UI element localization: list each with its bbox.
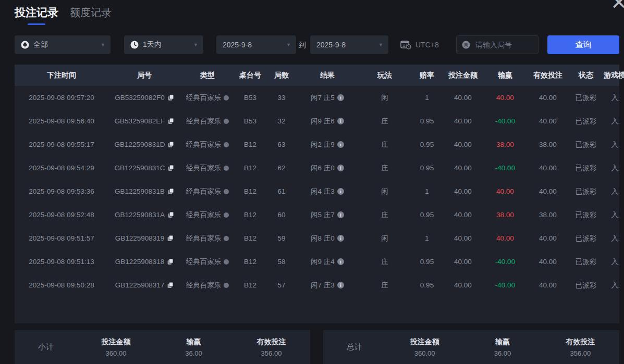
column-header: 投注金额 <box>442 71 484 80</box>
time-range-dropdown[interactable]: 1天内 ▼ <box>124 35 203 54</box>
timezone-indicator: UTC+8 <box>400 35 439 54</box>
cell-result: 闲8 庄0i <box>297 234 358 243</box>
info-icon[interactable]: i <box>337 258 344 265</box>
tab-quota-records-label: 额度记录 <box>70 7 112 18</box>
copy-icon[interactable] <box>167 118 174 124</box>
game-logo-dot <box>224 236 229 241</box>
subtotal-win-loss: 输赢 36.00 <box>155 337 233 357</box>
date-from-dropdown[interactable]: 2025-9-8 ▼ <box>216 35 296 54</box>
cell-round-no: 63 <box>266 141 297 148</box>
cell-mode: 入座 <box>603 140 619 149</box>
cell-valid-bet: 40.00 <box>527 281 569 289</box>
cell-win-loss: 38.00 <box>484 211 527 219</box>
copy-icon[interactable] <box>167 141 174 148</box>
cell-status: 已派彩 <box>569 187 603 196</box>
cell-round-no: 33 <box>266 94 297 102</box>
cell-type: 经典百家乐 <box>180 164 235 173</box>
time-range-value: 1天内 <box>143 40 162 49</box>
cell-mode: 入座 <box>603 281 619 290</box>
column-header: 状态 <box>569 71 603 80</box>
cell-table-no: B12 <box>235 164 266 172</box>
cell-bet-amount: 40.00 <box>442 117 484 125</box>
info-icon[interactable]: i <box>337 165 344 171</box>
cell-round-id: GB122590831D <box>108 141 180 148</box>
cell-mode: 入座 <box>603 117 619 126</box>
table-row: 2025-09-08 09:54:29GB122590831C经典百家乐B126… <box>15 156 619 180</box>
column-header: 类型 <box>180 71 235 80</box>
tab-quota-records[interactable]: 额度记录 <box>70 6 112 25</box>
table-row: 2025-09-08 09:55:17GB122590831D经典百家乐B126… <box>15 133 619 156</box>
info-icon[interactable]: i <box>337 211 344 218</box>
bet-amount-value: 360.00 <box>386 349 463 357</box>
date-from-value: 2025-9-8 <box>223 41 252 49</box>
cell-round-no: 32 <box>266 117 297 125</box>
copy-icon[interactable] <box>167 258 174 265</box>
close-icon[interactable]: ✕ <box>610 0 624 12</box>
cell-result: 闲6 庄0i <box>297 164 358 173</box>
cell-type: 经典百家乐 <box>180 93 235 103</box>
info-icon[interactable]: i <box>337 235 344 242</box>
date-to-dropdown[interactable]: 2025-9-8 ▼ <box>310 35 388 54</box>
cell-status: 已派彩 <box>569 164 603 173</box>
cell-round-id: GB1225908317 <box>108 281 180 289</box>
copy-icon[interactable] <box>167 235 174 242</box>
bet-amount-header: 投注金额 <box>77 337 155 347</box>
clock-icon <box>130 41 139 49</box>
copy-icon[interactable] <box>167 188 174 195</box>
cell-win-loss: 40.00 <box>484 187 527 195</box>
cell-mode: 入座 <box>603 210 619 220</box>
table-body: 2025-09-08 09:57:20GB53259082F0经典百家乐B533… <box>15 86 619 323</box>
cell-odds: 0.95 <box>412 164 442 172</box>
info-icon[interactable]: i <box>337 188 344 195</box>
cell-play: 庄 <box>358 257 412 267</box>
cell-time: 2025-09-08 09:51:13 <box>15 258 108 266</box>
column-header: 下注时间 <box>15 71 108 80</box>
cell-bet-amount: 40.00 <box>442 234 484 242</box>
cell-bet-amount: 40.00 <box>442 164 484 172</box>
subtotal-label: 小计 <box>15 342 77 352</box>
svg-text:局: 局 <box>464 43 468 47</box>
cell-round-id: GB53259082F0 <box>108 94 180 102</box>
cell-mode: 入座 <box>603 164 619 173</box>
query-button[interactable]: 查询 <box>547 35 619 54</box>
valid-bet-header: 有效投注 <box>542 337 619 347</box>
game-logo-dot <box>224 212 229 218</box>
cell-table-no: B12 <box>235 141 266 148</box>
copy-icon[interactable] <box>167 282 174 288</box>
cell-odds: 1 <box>412 234 442 242</box>
spade-icon <box>21 41 29 49</box>
copy-icon[interactable] <box>167 165 174 171</box>
valid-bet-header: 有效投注 <box>233 337 310 347</box>
info-icon[interactable]: i <box>337 118 344 124</box>
round-number-input[interactable] <box>474 40 534 49</box>
cell-result: 闲9 庄6i <box>297 117 358 126</box>
column-header: 有效投注 <box>527 71 569 80</box>
cell-result: 闲9 庄4i <box>297 257 358 267</box>
column-header: 赔率 <box>412 71 442 80</box>
record-tabs: 投注记录 额度记录 <box>15 5 112 25</box>
cell-bet-amount: 40.00 <box>442 94 484 102</box>
table-row: 2025-09-08 09:51:13GB1225908318经典百家乐B125… <box>15 250 619 273</box>
cell-type: 经典百家乐 <box>180 117 235 126</box>
copy-icon[interactable] <box>167 211 174 218</box>
cell-table-no: B12 <box>235 281 266 289</box>
info-icon[interactable]: i <box>337 94 344 101</box>
tab-bet-records[interactable]: 投注记录 <box>15 5 58 25</box>
copy-icon[interactable] <box>167 94 174 101</box>
game-type-dropdown[interactable]: 全部 ▼ <box>15 35 111 54</box>
cell-odds: 1 <box>412 187 442 195</box>
cell-status: 已派彩 <box>569 234 603 243</box>
cell-valid-bet: 40.00 <box>527 117 569 125</box>
chevron-down-icon: ▼ <box>101 42 105 47</box>
info-icon[interactable]: i <box>337 141 344 148</box>
info-icon[interactable]: i <box>337 282 344 288</box>
cell-odds: 1 <box>412 94 442 102</box>
cell-time: 2025-09-08 09:53:36 <box>15 187 108 195</box>
cell-status: 已派彩 <box>569 117 603 126</box>
cell-time: 2025-09-08 09:54:29 <box>15 164 108 172</box>
cell-result: 闲4 庄3i <box>297 187 358 196</box>
cell-bet-amount: 40.00 <box>442 211 484 219</box>
win-loss-header: 输赢 <box>155 337 233 347</box>
cell-valid-bet: 38.00 <box>527 141 569 148</box>
cell-win-loss: -40.00 <box>484 164 527 172</box>
